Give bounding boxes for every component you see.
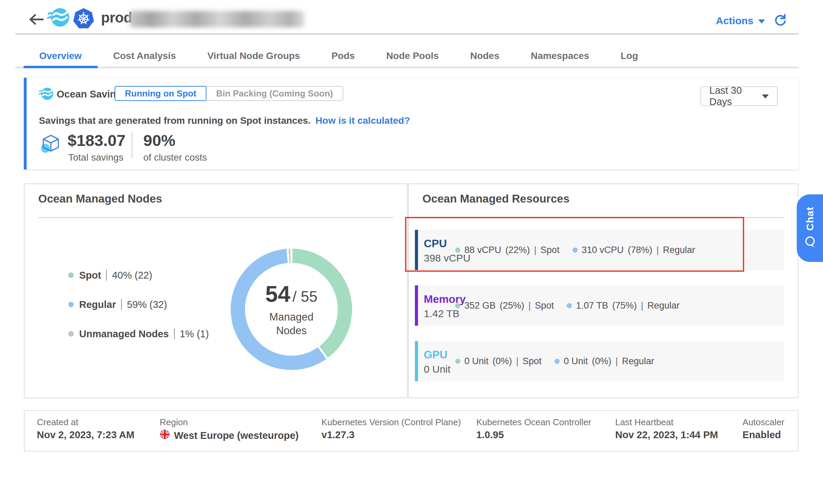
ocean-savings-icon	[38, 87, 54, 102]
tab-overview[interactable]: Overview	[24, 46, 98, 67]
regular-dot	[554, 359, 560, 364]
tab-virtual-node-groups[interactable]: Virtual Node Groups	[192, 46, 316, 67]
gpu-regular-detail: 0 Unit (0%) | Regular	[554, 356, 654, 367]
gpu-accent-bar	[415, 341, 418, 381]
card-divider	[422, 217, 784, 218]
managed-nodes-count: 54	[265, 281, 290, 307]
uk-flag-icon	[160, 429, 170, 442]
chevron-down-icon	[758, 19, 765, 24]
cluster-cost-percent-label: of cluster costs	[143, 152, 207, 163]
savings-toggle-group: Running on Spot Bin Packing (Coming Soon…	[115, 86, 343, 101]
managed-nodes-donut-chart: 54 / 55 Managed Nodes	[231, 249, 352, 370]
spot-dot	[68, 272, 74, 278]
tab-pods[interactable]: Pods	[316, 46, 370, 67]
spot-dot	[455, 359, 460, 364]
tab-node-pools[interactable]: Node Pools	[371, 46, 454, 67]
resource-row-memory: Memory 1.42 TB 352 GB (25%) | Spot 1.07 …	[415, 285, 784, 326]
back-arrow-icon[interactable]	[28, 14, 44, 27]
cluster-cost-percent-value: 90%	[143, 131, 175, 150]
card-divider	[38, 217, 393, 218]
how-calculated-link[interactable]: How is it calculated?	[316, 115, 410, 126]
legend-separator	[174, 328, 175, 339]
memory-spot-detail: 352 GB (25%) | Spot	[455, 300, 554, 311]
cpu-accent-bar	[415, 230, 418, 270]
actions-button-label: Actions	[716, 15, 753, 27]
actions-button[interactable]: Actions	[716, 15, 765, 27]
memory-total: 1.42 TB	[424, 308, 460, 320]
unmanaged-dot	[68, 331, 74, 337]
gpu-label: GPU	[424, 349, 447, 361]
ocean-cluster-overview-page: prod- Actions Overview Cost Analysis Vir…	[0, 0, 823, 504]
total-savings-value: $183.07	[68, 131, 126, 150]
managed-nodes-title: Ocean Managed Nodes	[38, 192, 162, 205]
savings-description: Savings that are generated from running …	[39, 115, 410, 126]
running-on-spot-toggle[interactable]: Running on Spot	[115, 86, 206, 101]
savings-cube-icon	[40, 133, 61, 155]
regular-dot	[68, 302, 74, 307]
cluster-info-footer: Created at Nov 2, 2023, 7:23 AM Region	[24, 410, 798, 451]
ocean-managed-nodes-card: Ocean Managed Nodes Spot 40% (22) Regula…	[24, 183, 408, 398]
chat-bubble-icon	[804, 235, 817, 250]
legend-separator	[106, 270, 107, 281]
cpu-label: CPU	[424, 237, 447, 250]
total-savings-label: Total savings	[68, 152, 124, 163]
header-divider	[15, 33, 798, 34]
refresh-icon[interactable]	[773, 13, 787, 28]
managed-nodes-center-label: Managed Nodes	[261, 310, 322, 338]
tab-log[interactable]: Log	[605, 46, 654, 67]
tab-bar: Overview Cost Analysis Virtual Node Grou…	[15, 46, 798, 68]
tab-nodes[interactable]: Nodes	[454, 46, 515, 67]
ocean-wave-logo-icon	[46, 7, 70, 29]
gpu-spot-detail: 0 Unit (0%) | Spot	[455, 356, 542, 367]
regular-dot	[567, 303, 572, 308]
resource-row-gpu: GPU 0 Unit 0 Unit (0%) | Spot 0 Unit (0%…	[415, 341, 784, 381]
chat-button[interactable]: Chat	[797, 194, 823, 262]
chat-button-label: Chat	[804, 207, 816, 231]
tab-namespaces[interactable]: Namespaces	[515, 46, 605, 67]
kubernetes-logo-icon	[72, 8, 95, 31]
chevron-down-icon	[762, 94, 769, 99]
ocean-managed-resources-card: Ocean Managed Resources CPU 398 vCPU 88 …	[408, 183, 798, 398]
stat-divider	[132, 132, 132, 158]
memory-regular-detail: 1.07 TB (75%) | Regular	[567, 300, 680, 311]
period-dropdown[interactable]: Last 30 Days	[701, 86, 778, 106]
period-dropdown-value: Last 30 Days	[709, 85, 762, 107]
managed-resources-title: Ocean Managed Resources	[422, 192, 569, 205]
legend-item-regular: Regular 59% (32)	[68, 299, 209, 310]
banner-accent-bar	[24, 78, 27, 169]
regular-dot	[573, 248, 578, 253]
cpu-spot-detail: 88 vCPU (22%) | Spot	[455, 245, 560, 255]
spot-dot	[455, 248, 460, 253]
bin-packing-toggle[interactable]: Bin Packing (Coming Soon)	[206, 86, 343, 101]
memory-accent-bar	[415, 285, 418, 326]
ocean-savings-banner: Ocean Savings: Running on Spot Bin Packi…	[24, 78, 798, 169]
resource-row-cpu: CPU 398 vCPU 88 vCPU (22%) | Spot 310 vC…	[415, 230, 784, 270]
tab-cost-analysis[interactable]: Cost Analysis	[98, 46, 192, 67]
cpu-regular-detail: 310 vCPU (78%) | Regular	[573, 245, 695, 255]
nodes-legend: Spot 40% (22) Regular 59% (32) Unmanaged…	[68, 269, 209, 357]
legend-separator	[121, 299, 122, 310]
redacted-cluster-name	[130, 11, 304, 27]
legend-item-spot: Spot 40% (22)	[68, 269, 209, 281]
gpu-total: 0 Unit	[424, 364, 450, 375]
legend-item-unmanaged: Unmanaged Nodes 1% (1)	[68, 328, 209, 340]
managed-nodes-total: / 55	[292, 288, 317, 305]
spot-dot	[455, 303, 460, 308]
donut-center: 54 / 55 Managed Nodes	[245, 263, 338, 356]
